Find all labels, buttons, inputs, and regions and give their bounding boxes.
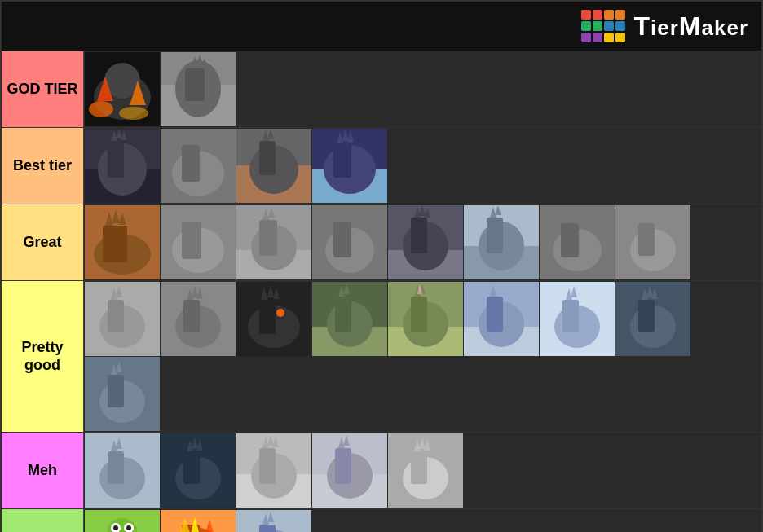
- tier-image: [161, 205, 236, 279]
- svg-rect-95: [183, 300, 200, 332]
- svg-rect-155: [259, 448, 276, 484]
- logo-dot: [581, 10, 591, 20]
- svg-rect-23: [182, 145, 200, 182]
- tier-row-god: GOD TIER: [2, 51, 761, 127]
- tier-image: [161, 52, 236, 126]
- tier-image: [312, 282, 387, 356]
- svg-rect-48: [182, 222, 201, 259]
- logo-dot: [615, 21, 625, 31]
- tier-image: [540, 282, 615, 356]
- tier-row-great: Great: [2, 204, 761, 280]
- tier-image: [312, 205, 387, 279]
- svg-rect-79: [561, 223, 579, 257]
- tier-row-meh: Meh: [2, 432, 761, 508]
- svg-rect-67: [411, 218, 427, 253]
- svg-rect-55: [259, 220, 277, 256]
- tier-row-prettygood: Pretty good: [2, 280, 761, 432]
- tier-label-meh: Meh: [2, 433, 83, 508]
- logo-dot: [581, 21, 591, 31]
- tier-label-prettygood: Pretty good: [2, 281, 83, 432]
- logo-dot: [615, 33, 625, 42]
- svg-rect-143: [108, 451, 124, 484]
- tier-images-bad: [83, 509, 761, 532]
- svg-point-178: [126, 525, 131, 530]
- svg-rect-110: [335, 297, 351, 332]
- svg-rect-60: [333, 222, 351, 257]
- tier-image: [236, 205, 311, 279]
- tier-row-best: Best tier: [2, 127, 761, 204]
- tier-image: [85, 433, 160, 508]
- svg-point-102: [276, 309, 284, 317]
- logo-dot: [593, 10, 602, 20]
- tier-image: [464, 282, 539, 356]
- tier-image: [236, 510, 311, 532]
- tier-image: [615, 282, 690, 356]
- logo-dot: [615, 10, 625, 20]
- tier-image: [388, 282, 463, 356]
- svg-point-177: [113, 525, 118, 530]
- svg-rect-36: [333, 143, 351, 178]
- tier-image: [161, 433, 236, 508]
- tier-label-best: Best tier: [2, 128, 83, 204]
- logo-grid: [581, 10, 625, 42]
- logo-dot: [604, 10, 614, 20]
- svg-rect-90: [108, 300, 124, 332]
- svg-rect-74: [487, 218, 503, 253]
- tier-image: [540, 205, 615, 279]
- header: TierMaker: [2, 2, 761, 51]
- svg-rect-132: [638, 300, 655, 332]
- tier-image: [161, 282, 236, 356]
- tier-image: [312, 129, 387, 203]
- svg-rect-30: [259, 141, 276, 175]
- svg-rect-17: [108, 141, 124, 178]
- tier-row-bad: bad: [2, 508, 761, 532]
- tier-images-meh: [83, 433, 761, 508]
- tier-label-great: Great: [2, 204, 83, 280]
- svg-rect-116: [411, 297, 427, 332]
- tier-image: [161, 129, 236, 203]
- tier-image: [236, 129, 311, 203]
- tier-image: [85, 510, 160, 532]
- tier-image: [615, 205, 690, 279]
- tier-image: [85, 129, 160, 203]
- svg-rect-10: [185, 68, 205, 101]
- logo-dot: [593, 21, 602, 31]
- svg-rect-167: [411, 451, 427, 484]
- tier-image: [312, 433, 387, 508]
- svg-rect-162: [335, 448, 351, 484]
- svg-rect-148: [183, 451, 200, 484]
- svg-point-3: [89, 101, 113, 117]
- tier-image: [464, 205, 539, 279]
- svg-rect-123: [487, 297, 503, 332]
- tier-image: [388, 433, 463, 508]
- tier-images-god: [83, 51, 761, 127]
- tier-table: TierMaker GOD TIER: [0, 0, 763, 532]
- logo-text: TierMaker: [633, 11, 748, 42]
- tier-image: [161, 510, 236, 532]
- logo-dot: [604, 21, 614, 31]
- svg-rect-85: [638, 223, 655, 256]
- tier-image: [388, 205, 463, 279]
- tier-image: [85, 282, 160, 356]
- logo-dot: [604, 33, 614, 42]
- tier-images-great: [83, 204, 761, 280]
- svg-rect-42: [103, 226, 127, 262]
- tier-image: [85, 357, 160, 431]
- tiermaker-logo: TierMaker: [581, 10, 748, 42]
- tier-image: [236, 433, 311, 508]
- svg-rect-127: [562, 300, 579, 332]
- svg-point-4: [119, 107, 148, 120]
- tier-images-best: [83, 128, 761, 204]
- tier-image: [236, 282, 311, 356]
- svg-rect-138: [108, 375, 124, 407]
- tier-label-bad: bad: [2, 509, 83, 532]
- svg-rect-103: [259, 300, 276, 334]
- logo-dot: [593, 33, 602, 42]
- tier-image: [85, 52, 160, 126]
- svg-rect-189: [259, 525, 276, 532]
- tier-label-god: GOD TIER: [2, 51, 83, 127]
- tier-image: [85, 205, 160, 279]
- tier-images-prettygood: [83, 281, 761, 432]
- logo-dot: [581, 33, 591, 42]
